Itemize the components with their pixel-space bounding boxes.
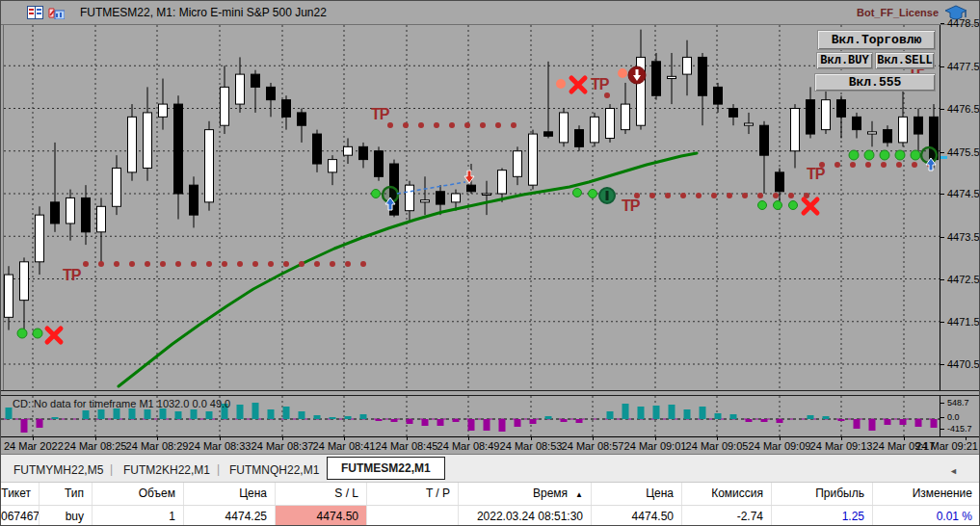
tab-separator: | [217, 462, 220, 476]
candle [914, 109, 923, 156]
candle [591, 113, 599, 146]
cd-bar [607, 411, 614, 419]
time-axis-label: 24 Mar 08:49 [437, 440, 500, 452]
candle [544, 62, 553, 139]
candle [113, 155, 121, 215]
tp-dot [511, 122, 516, 128]
tp-dot [788, 193, 794, 198]
tp-dot [865, 162, 871, 168]
row-cell-8[interactable]: 4474.50 [592, 506, 682, 526]
tab-FUTMYMH22,M5[interactable]: FUTMYMH22,M5 [13, 463, 103, 477]
column-header-7[interactable]: Время▲ [459, 483, 592, 505]
chart-tabstrip: ◄ FUTMYMH22,M5|FUTM2KH22,M1|FUTMNQH22,M1… [1, 455, 980, 482]
green-dot-marker [880, 150, 889, 160]
market-watch-icon[interactable] [27, 6, 43, 19]
cd-bar [299, 411, 305, 419]
tp-dot [175, 261, 181, 267]
row-cell-6[interactable] [367, 506, 459, 526]
x-close-marker [47, 329, 61, 342]
chart-title-bar: FUTMESM22, M1: Micro E-mini S&P 500 Jun2… [1, 1, 979, 25]
cd-tick [940, 417, 944, 418]
price-axis-label: 4473.50 [947, 231, 980, 243]
row-cell-7[interactable]: 2022.03.24 08:51:30 [459, 506, 592, 526]
mt-chart-window: FUTMESM22, M1: Micro E-mini S&P 500 Jun2… [0, 0, 980, 526]
candle [560, 109, 569, 147]
enable-sell-button[interactable]: Вкл.SELL [875, 52, 935, 69]
cd-axis-label: 0.0 [947, 412, 960, 422]
candle [282, 95, 291, 129]
cd-bar [468, 419, 475, 431]
price-tick [940, 66, 944, 67]
column-header-1[interactable]: Тикет [1, 483, 40, 505]
row-cell-10[interactable]: 1.25 [772, 506, 873, 526]
time-axis-label: 24 Mar 09:05 [686, 440, 749, 452]
price-axis-label: 4477.50 [947, 61, 980, 72]
column-header-5[interactable]: S / L [276, 483, 367, 505]
tab-scroll-left-icon[interactable]: ◄ [949, 466, 958, 476]
enable-555-button[interactable]: Вкл.555 [814, 73, 936, 92]
column-header-4[interactable]: Цена [184, 483, 276, 505]
tp-dot [83, 261, 89, 267]
enable-buy-button[interactable]: Вкл.BUY [816, 52, 873, 69]
indicator-chart-icon[interactable] [48, 6, 65, 19]
candle [745, 113, 754, 134]
cd-bar [98, 409, 105, 419]
tp-dot [434, 122, 439, 128]
row-cell-2[interactable]: buy [40, 506, 93, 526]
cd-bar [160, 408, 167, 419]
cd-bar [576, 419, 583, 423]
enable-trading-button[interactable]: Вкл.Торговлю [817, 30, 936, 50]
indicator-status-text: CD: No data for timeframe M1 1032.0 0.0 … [13, 398, 230, 409]
cd-axis-label: 548.7 [947, 398, 969, 408]
price-axis-label: 4470.50 [947, 358, 980, 370]
column-header-11[interactable]: Изменение [873, 483, 980, 505]
green-dot-marker [372, 190, 381, 198]
tab-FUTM2KH22,M1[interactable]: FUTM2KH22,M1 [123, 463, 210, 477]
column-header-6[interactable]: T / P [367, 483, 459, 505]
row-cell-9[interactable]: -2.74 [682, 506, 772, 526]
license-label: Bot_FF_License [857, 7, 939, 18]
tp-dot [696, 193, 702, 198]
column-header-10[interactable]: Прибыль [772, 483, 873, 505]
row-cell-5[interactable]: 4474.50 [276, 506, 367, 526]
green-dot-marker [774, 201, 782, 210]
cd-bar [407, 419, 413, 424]
row-cell-4[interactable]: 4474.25 [184, 506, 276, 526]
tp-dot [680, 193, 686, 198]
tp-dot [449, 122, 455, 128]
column-header-2[interactable]: Тип [40, 483, 93, 505]
sort-asc-icon: ▲ [575, 490, 583, 499]
tp-dot [222, 261, 227, 267]
tp-dot [418, 122, 424, 128]
cd-bar [761, 419, 768, 422]
tab-FUTMESM22,M1[interactable]: FUTMESM22,M1 [327, 457, 445, 480]
column-header-9[interactable]: Комиссия [682, 483, 772, 505]
price-chart[interactable]: TPTPTPTPTPTP [1, 25, 940, 391]
cd-bar [484, 419, 490, 431]
row-cell-1[interactable]: 067467 [1, 506, 40, 526]
column-header-3[interactable]: Объем [93, 483, 184, 505]
time-axis-line [1, 436, 980, 437]
tp-dot [191, 261, 197, 267]
row-cell-3[interactable]: 1 [93, 506, 184, 526]
row-cell-11[interactable]: 0.01 % [873, 506, 980, 526]
tp-dot [145, 261, 150, 267]
cd-bar [83, 410, 90, 419]
candle [313, 130, 322, 172]
cd-bar [268, 409, 275, 419]
tp-dot [206, 261, 212, 267]
cd-bar [453, 419, 460, 422]
cd-bar [376, 419, 383, 421]
cd-bar [561, 419, 568, 422]
cd-bar [237, 405, 244, 419]
tab-FUTMNQH22,M1[interactable]: FUTMNQH22,M1 [229, 463, 319, 477]
time-axis-label: 24 Mar 09:09 [749, 440, 811, 452]
sell-entry-marker [628, 66, 646, 84]
column-header-8[interactable]: Цена [592, 483, 682, 505]
tp-dot [727, 193, 732, 198]
chart-title: FUTMESM22, M1: Micro E-mini S&P 500 Jun2… [80, 6, 327, 19]
table-row[interactable]: 067467buy14474.254474.502022.03.24 08:51… [1, 506, 980, 526]
cd-bar [37, 419, 43, 428]
cd-bar [730, 414, 737, 419]
time-axis-label: 24 Mar 08:57 [562, 440, 624, 452]
